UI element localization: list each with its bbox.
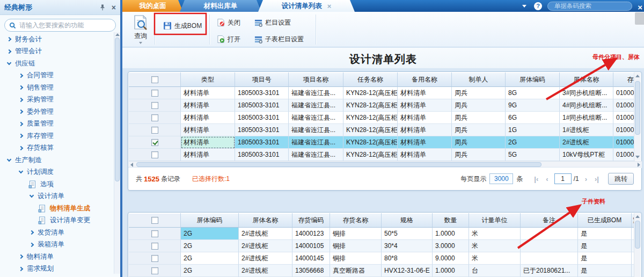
cell[interactable]: 1805003-3101 — [235, 124, 289, 136]
chevron-right-icon[interactable] — [30, 230, 34, 235]
scroll-right-icon[interactable] — [638, 163, 640, 167]
tree-item[interactable]: 发货清单 — [0, 227, 113, 239]
tree-item[interactable]: 财务会计 — [0, 33, 113, 46]
scroll-up-icon[interactable] — [115, 33, 120, 36]
cell[interactable]: 80*8 — [382, 252, 433, 265]
tree-item-label[interactable]: 质量管理 — [27, 119, 54, 128]
cell[interactable]: 材料清单 — [398, 124, 452, 136]
chevron-right-icon[interactable] — [19, 134, 23, 138]
per-page-input[interactable] — [489, 173, 513, 184]
cell[interactable]: 周兵 — [452, 124, 506, 136]
barcode-search-input[interactable] — [554, 3, 637, 9]
cell[interactable]: 福建省连江县... — [289, 112, 343, 124]
last-page-button[interactable]: ›| — [591, 175, 603, 183]
row-select-cell[interactable] — [129, 87, 181, 99]
cell[interactable]: 5G — [506, 149, 560, 161]
cell[interactable]: 福建省连江县... — [289, 87, 343, 99]
cell[interactable]: 周兵 — [452, 136, 506, 149]
cell[interactable]: 材料清单 — [181, 149, 235, 161]
cell[interactable]: 010008 — [613, 87, 635, 99]
column-header[interactable]: 任务名称 — [343, 72, 398, 87]
cell[interactable]: 是 — [578, 228, 632, 240]
cell[interactable]: 6G — [506, 112, 560, 124]
column-header[interactable]: 屏体名称 — [239, 213, 292, 228]
column-header[interactable]: 类型 — [181, 72, 235, 87]
cell[interactable]: 1.0000 — [433, 265, 469, 277]
cell[interactable]: 材料清单 — [181, 87, 235, 99]
cell[interactable]: 材料清单 — [181, 124, 235, 136]
chevron-right-icon[interactable] — [7, 49, 11, 54]
close-button[interactable]: 关闭 — [215, 16, 252, 29]
scrollbar-thumb[interactable] — [136, 162, 541, 167]
tree-item-label[interactable]: 发货清单 — [38, 228, 64, 237]
column-header[interactable]: 存货编码 — [613, 72, 635, 87]
cell[interactable]: 2#进线柜 — [239, 228, 292, 240]
column-header[interactable]: 备用名称 — [398, 72, 452, 87]
sidebar-search[interactable] — [4, 19, 116, 32]
cell[interactable]: 周兵 — [452, 149, 506, 161]
tree-item[interactable]: 存货核算 — [0, 142, 113, 155]
sidebar-search-input[interactable] — [19, 21, 111, 29]
generate-bom-button[interactable]: 生成BOM — [161, 19, 204, 32]
row-select-cell[interactable] — [129, 149, 181, 161]
cell[interactable] — [521, 228, 578, 240]
scrollbar-thumb[interactable] — [115, 38, 120, 181]
cell[interactable]: 9.0000 — [433, 252, 469, 265]
tree-item[interactable]: 供应链 — [0, 57, 113, 70]
row-select-cell[interactable] — [129, 112, 181, 124]
cell[interactable]: 周兵 — [452, 99, 506, 112]
tree-item-label[interactable]: 委外管理 — [27, 107, 54, 116]
cell[interactable]: 福建省连江县... — [289, 124, 343, 136]
cell[interactable]: 1805003-3101 — [235, 149, 289, 161]
column-header[interactable]: 屏体名称 — [560, 72, 613, 87]
sidebar-scrollbar[interactable] — [114, 32, 120, 274]
cell[interactable]: 材料清单 — [398, 99, 452, 112]
tree-item[interactable]: 生产制造 — [0, 154, 113, 166]
cell[interactable]: HVX12-31-06-E — [382, 265, 433, 277]
table-row[interactable]: 2G2#进线柜14000145铜排80*89.0000米是 — [129, 252, 635, 265]
cell[interactable]: 材料清单 — [181, 112, 235, 124]
tree-item[interactable]: 销售管理 — [0, 82, 113, 94]
table-row[interactable]: 材料清单1805003-3101福建省连江县...KYN28-12(高压柜)材料… — [129, 149, 635, 161]
tab-design-list-active[interactable]: 设计清单列表 × — [258, 0, 355, 12]
tree-item-label[interactable]: 选项 — [40, 180, 54, 189]
first-page-button[interactable]: |‹ — [530, 175, 542, 183]
tree-item-label[interactable]: 销售管理 — [27, 83, 54, 92]
tab-close-icon[interactable]: × — [327, 2, 332, 10]
cell[interactable]: 福建省连江县... — [289, 99, 343, 112]
tree-item[interactable]: 物料清单 — [0, 251, 113, 263]
table-row[interactable]: 材料清单1805003-3101福建省连江县...KYN28-12(高压柜)材料… — [129, 136, 635, 149]
tree-item[interactable]: 物料清单生成 — [0, 202, 113, 215]
cell[interactable]: 1#进线柜 — [560, 124, 613, 136]
cell[interactable]: 周兵 — [452, 112, 506, 124]
jump-button[interactable]: 跳转 — [608, 173, 634, 185]
chevron-down-icon[interactable] — [7, 157, 11, 162]
row-select-cell[interactable] — [129, 265, 181, 277]
cell[interactable]: 福建省连江县... — [289, 149, 343, 161]
tree-item-label[interactable]: 设计清单 — [38, 192, 64, 201]
vertical-scrollbar[interactable] — [634, 213, 641, 277]
chevron-down-icon[interactable] — [19, 169, 23, 173]
column-header[interactable]: 项目号 — [235, 72, 289, 87]
cell[interactable]: 1G — [506, 124, 560, 136]
cell[interactable]: KYN28-12(高压柜) — [343, 112, 398, 124]
cell[interactable]: 2G — [506, 136, 560, 149]
column-header[interactable]: 屏体编码 — [181, 213, 239, 228]
cell[interactable]: 铜排 — [330, 240, 382, 252]
cell[interactable]: KYN28-12(高压柜) — [343, 136, 398, 149]
barcode-search[interactable] — [547, 2, 632, 11]
cell[interactable]: 材料清单 — [398, 87, 452, 99]
row-checkbox[interactable] — [151, 102, 158, 109]
cell[interactable] — [521, 252, 578, 265]
cell[interactable]: 米 — [469, 252, 521, 265]
tree-item-label[interactable]: 需求规划 — [27, 264, 54, 273]
row-checkbox[interactable] — [151, 90, 158, 97]
chevron-right-icon[interactable] — [19, 74, 23, 78]
column-header[interactable]: 备注 — [521, 213, 578, 228]
cell[interactable]: 材料清单 — [398, 149, 452, 161]
cell[interactable] — [521, 240, 578, 252]
cell[interactable]: 13056668 — [292, 265, 330, 277]
chevron-right-icon[interactable] — [19, 122, 23, 126]
next-page-button[interactable]: › — [581, 175, 591, 183]
cell[interactable]: 4#同步机组断... — [560, 99, 613, 112]
